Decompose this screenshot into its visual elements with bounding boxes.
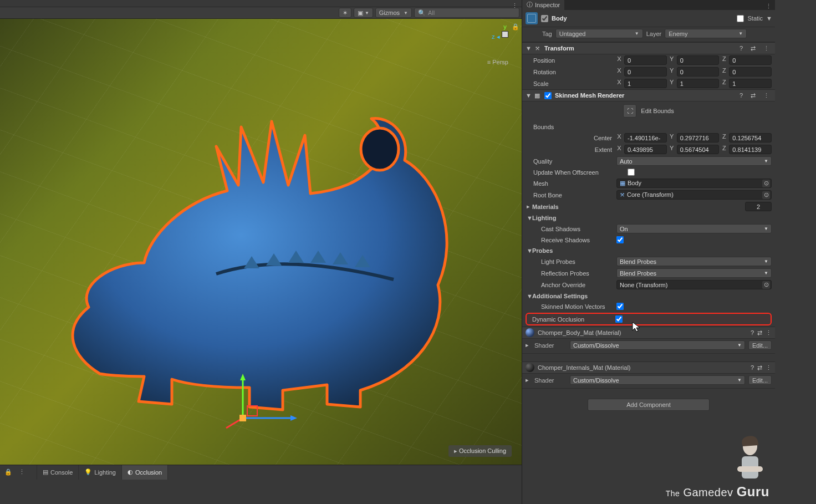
preset-icon[interactable]: ⇄ <box>748 92 758 99</box>
panel-menu-icon[interactable]: ⋮ <box>762 3 775 10</box>
cast-shadows-dropdown[interactable]: On▼ <box>616 224 772 233</box>
material-header-1[interactable]: Chomper_Internals_Mat (Material) ? ⇄ ⋮ <box>522 362 775 374</box>
light-probes-dropdown[interactable]: Blend Probes▼ <box>616 257 772 266</box>
menu-icon[interactable]: ⋮ <box>766 329 772 337</box>
overflow-icon[interactable]: ⋮ <box>512 2 518 9</box>
scene-view[interactable]: 🔒 y z ◂ ≡ Persp <box>0 19 522 465</box>
svg-rect-7 <box>247 406 257 416</box>
foldout-icon[interactable]: ▸ <box>526 376 531 384</box>
scale-y-field[interactable]: 1 <box>677 79 720 88</box>
anchor-override-field[interactable]: None (Transform) ⊙ <box>616 280 772 289</box>
bounds-center-row: Center X-1.490116e- Y0.2972716 Z0.125675… <box>522 132 775 144</box>
help-icon[interactable]: ? <box>751 364 754 371</box>
component-title: Transform <box>544 45 574 52</box>
update-offscreen-checkbox[interactable] <box>628 169 635 176</box>
gizmos-dropdown[interactable]: Gizmos <box>375 8 412 18</box>
preset-icon[interactable]: ⇄ <box>757 329 762 337</box>
lock-icon[interactable]: 🔒 <box>512 23 519 30</box>
rot-z-field[interactable]: 0 <box>729 67 772 77</box>
reflection-probes-dropdown[interactable]: Blend Probes▼ <box>616 268 772 278</box>
foldout-icon[interactable]: ▼ <box>527 247 532 254</box>
object-picker-icon[interactable]: ⊙ <box>762 281 770 289</box>
extent-z[interactable]: 0.8141139 <box>729 145 772 154</box>
scale-z-field[interactable]: 1 <box>729 79 772 88</box>
skinned-motion-checkbox[interactable] <box>616 303 624 310</box>
rot-x-field[interactable]: 0 <box>624 67 667 77</box>
center-z[interactable]: 0.1256754 <box>729 133 772 142</box>
foldout-icon[interactable]: ▸ <box>527 203 532 210</box>
layer-dropdown[interactable]: Enemy▼ <box>665 29 747 38</box>
menu-icon[interactable]: ⋮ <box>766 364 772 371</box>
shader-edit-button[interactable]: Edit... <box>748 375 772 385</box>
receive-shadows-checkbox[interactable] <box>616 236 624 243</box>
object-picker-icon[interactable]: ⊙ <box>762 180 770 187</box>
quality-dropdown[interactable]: Auto▼ <box>616 156 772 166</box>
orientation-gizmo[interactable]: 🔒 y z ◂ <box>502 23 508 39</box>
shader-edit-button[interactable]: Edit... <box>748 340 772 350</box>
center-y[interactable]: 0.2972716 <box>677 133 720 142</box>
foldout-icon[interactable]: ▸ <box>526 342 531 349</box>
scale-x-field[interactable]: 1 <box>624 79 667 88</box>
object-picker-icon[interactable]: ⊙ <box>762 191 770 199</box>
overflow-icon[interactable]: ⋮ <box>17 467 27 477</box>
component-smr-header[interactable]: ▼ ▩ Skinned Mesh Renderer ? ⇄ ⋮ <box>522 89 775 101</box>
projection-label[interactable]: ≡ Persp <box>487 59 508 65</box>
gameobject-enabled-checkbox[interactable] <box>541 15 548 22</box>
component-transform-header[interactable]: ▼ ⤧ Transform ? ⇄ ⋮ <box>522 42 775 54</box>
materials-count[interactable]: 2 <box>745 202 772 211</box>
root-bone-field[interactable]: ⤧Core (Transform) ⊙ <box>616 190 772 200</box>
help-icon[interactable]: ? <box>737 92 745 99</box>
preset-icon[interactable]: ⇄ <box>757 364 762 371</box>
pos-z-field[interactable]: 0 <box>729 55 772 65</box>
inspector-panel: ⓘ Inspector ⋮ Body Static ▼ Tag Untagged… <box>522 0 775 504</box>
gameobject-icon[interactable] <box>526 12 538 24</box>
tab-occlusion[interactable]: ◐ Occlusion <box>122 465 168 480</box>
bounds-label-row: Bounds <box>522 121 775 132</box>
probes-row[interactable]: ▼ Probes <box>522 245 775 256</box>
foldout-icon[interactable]: ▼ <box>526 92 530 99</box>
static-dropdown-icon[interactable]: ▼ <box>766 15 772 22</box>
smr-enabled-checkbox[interactable] <box>544 92 552 99</box>
gameobject-name[interactable]: Body <box>552 15 567 22</box>
menu-icon[interactable]: ⋮ <box>761 92 772 99</box>
tag-dropdown[interactable]: Untagged▼ <box>555 29 643 38</box>
help-icon[interactable]: ? <box>751 329 754 336</box>
lock-icon[interactable]: 🔒 <box>3 467 13 477</box>
materials-row[interactable]: ▸ Materials 2 <box>522 201 775 212</box>
static-checkbox[interactable] <box>737 15 744 22</box>
gizmo-cube[interactable] <box>502 31 508 38</box>
shader-dropdown[interactable]: Custom/Dissolve▼ <box>570 375 745 385</box>
extent-y[interactable]: 0.5674504 <box>677 145 720 154</box>
add-component-button[interactable]: Add Component <box>588 399 710 411</box>
pos-x-field[interactable]: 0 <box>624 55 667 65</box>
rot-y-field[interactable]: 0 <box>677 67 720 77</box>
tab-lighting[interactable]: 💡 Lighting <box>79 465 122 480</box>
foldout-icon[interactable]: ▼ <box>527 293 532 299</box>
tab-inspector[interactable]: ⓘ Inspector <box>522 0 564 10</box>
mesh-field[interactable]: ▦Body ⊙ <box>616 179 772 188</box>
receive-shadows-row: Receive Shadows <box>522 235 775 245</box>
foldout-icon[interactable]: ▼ <box>527 215 532 221</box>
tab-console[interactable]: ▤ Console <box>37 465 79 480</box>
lighting-row[interactable]: ▼ Lighting <box>522 212 775 223</box>
menu-icon[interactable]: ⋮ <box>761 45 772 52</box>
dynamic-occlusion-checkbox[interactable] <box>615 315 623 323</box>
edit-bounds-button[interactable]: ⛶ <box>623 104 636 118</box>
preset-icon[interactable]: ⇄ <box>748 45 758 52</box>
occlusion-overlay-badge[interactable]: Occlusion Culling <box>448 445 512 457</box>
additional-settings-row[interactable]: ▼ Additional Settings <box>522 291 775 301</box>
foldout-icon[interactable]: ▼ <box>526 45 530 52</box>
scene-search[interactable]: 🔍 All <box>414 8 519 18</box>
axis-z-label: z ◂ <box>492 33 500 40</box>
material-preview-icon <box>526 328 534 337</box>
pos-y-field[interactable]: 0 <box>677 55 720 65</box>
help-icon[interactable]: ? <box>737 45 745 52</box>
camera-button[interactable]: ▣▼ <box>354 8 373 18</box>
rotation-row: Rotation X0 Y0 Z0 <box>522 66 775 78</box>
transform-gizmo[interactable] <box>232 374 298 429</box>
material-header-0[interactable]: Chomper_Body_Mat (Material) ? ⇄ ⋮ <box>522 327 775 339</box>
shader-dropdown[interactable]: Custom/Dissolve▼ <box>570 340 745 350</box>
extent-x[interactable]: 0.439895 <box>624 145 667 154</box>
tools-button[interactable]: ✶ <box>339 8 351 18</box>
center-x[interactable]: -1.490116e- <box>624 133 667 142</box>
